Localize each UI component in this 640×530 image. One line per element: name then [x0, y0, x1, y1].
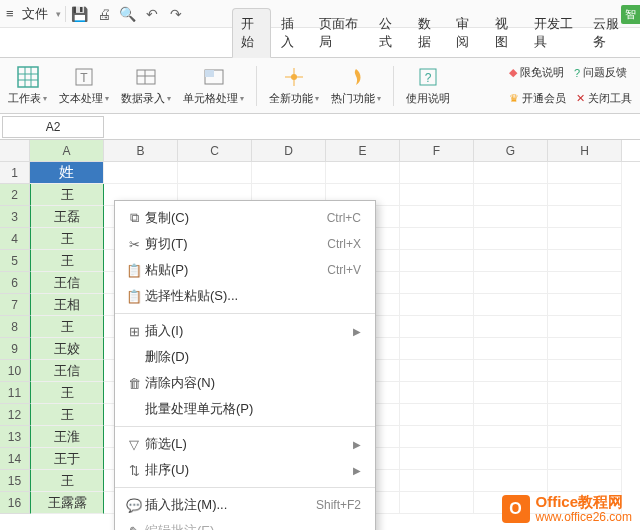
rb-text[interactable]: T 文本处理▾ — [59, 65, 109, 106]
cell[interactable] — [400, 382, 474, 404]
row-header[interactable]: 5 — [0, 250, 30, 272]
row-header[interactable]: 14 — [0, 448, 30, 470]
menu-icon[interactable]: ≡ — [6, 6, 14, 21]
col-H[interactable]: H — [548, 140, 622, 161]
cell[interactable] — [548, 294, 622, 316]
row-header[interactable]: 7 — [0, 294, 30, 316]
col-D[interactable]: D — [252, 140, 326, 161]
cell[interactable]: 王磊 — [30, 206, 104, 228]
cell[interactable] — [400, 228, 474, 250]
feedback[interactable]: ?问题反馈 — [574, 62, 627, 84]
redo-icon[interactable]: ↷ — [166, 4, 186, 24]
cell[interactable]: 王 — [30, 316, 104, 338]
cell[interactable] — [474, 448, 548, 470]
cell[interactable] — [326, 162, 400, 184]
cell[interactable] — [548, 382, 622, 404]
cell[interactable] — [474, 206, 548, 228]
cell[interactable] — [474, 316, 548, 338]
row-header[interactable]: 10 — [0, 360, 30, 382]
cell[interactable]: 姓 — [30, 162, 104, 184]
cell[interactable] — [548, 162, 622, 184]
cell[interactable] — [474, 404, 548, 426]
cell[interactable] — [548, 470, 622, 492]
cell[interactable] — [400, 250, 474, 272]
cell[interactable] — [548, 360, 622, 382]
cell[interactable]: 王 — [30, 228, 104, 250]
tab-home[interactable]: 开始 — [232, 8, 271, 58]
row-header[interactable]: 15 — [0, 470, 30, 492]
ctx-cut[interactable]: ✂剪切(T)Ctrl+X — [115, 231, 375, 257]
file-menu[interactable]: 文件 — [18, 5, 52, 23]
cell[interactable] — [400, 206, 474, 228]
row-header[interactable]: 8 — [0, 316, 30, 338]
smart-tag[interactable]: 智 — [621, 5, 640, 24]
cell[interactable] — [400, 272, 474, 294]
col-A[interactable]: A — [30, 140, 104, 161]
row-header[interactable]: 11 — [0, 382, 30, 404]
cell[interactable] — [548, 206, 622, 228]
cell[interactable] — [400, 470, 474, 492]
row-header[interactable]: 16 — [0, 492, 30, 514]
cell[interactable] — [548, 426, 622, 448]
col-G[interactable]: G — [474, 140, 548, 161]
cell[interactable] — [474, 184, 548, 206]
ctx-item[interactable]: 批量处理单元格(P) — [115, 396, 375, 422]
cell[interactable]: 王露露 — [30, 492, 104, 514]
cell[interactable] — [548, 228, 622, 250]
cell[interactable] — [400, 184, 474, 206]
col-E[interactable]: E — [326, 140, 400, 161]
cell[interactable]: 王淮 — [30, 426, 104, 448]
tab-data[interactable]: 数据 — [410, 9, 447, 57]
cell[interactable] — [548, 250, 622, 272]
rb-worksheet[interactable]: 工作表▾ — [8, 65, 47, 106]
rb-help[interactable]: ? 使用说明 — [406, 65, 450, 106]
row-header[interactable]: 1 — [0, 162, 30, 184]
cell[interactable] — [178, 162, 252, 184]
row-header[interactable]: 2 — [0, 184, 30, 206]
col-F[interactable]: F — [400, 140, 474, 161]
ctx-clear[interactable]: 🗑清除内容(N) — [115, 370, 375, 396]
cell[interactable] — [400, 492, 474, 514]
cell[interactable] — [548, 272, 622, 294]
cell[interactable] — [400, 426, 474, 448]
spreadsheet-grid[interactable]: A B C D E F G H 1姓2王3王磊4王5王6王信7王相8王9王姣10… — [0, 140, 640, 514]
ctx-item[interactable]: 删除(D) — [115, 344, 375, 370]
cell[interactable] — [474, 162, 548, 184]
row-header[interactable]: 13 — [0, 426, 30, 448]
name-box[interactable]: A2 — [2, 116, 104, 138]
cell[interactable] — [400, 316, 474, 338]
limited-free[interactable]: ◆限免说明 — [509, 62, 564, 84]
cell[interactable]: 王相 — [30, 294, 104, 316]
cell[interactable]: 王于 — [30, 448, 104, 470]
cell[interactable] — [400, 338, 474, 360]
cell[interactable] — [474, 382, 548, 404]
cell[interactable] — [252, 162, 326, 184]
select-all-corner[interactable] — [0, 140, 30, 161]
ctx-sort[interactable]: ⇅排序(U)▶ — [115, 457, 375, 483]
cell[interactable]: 王信 — [30, 272, 104, 294]
col-B[interactable]: B — [104, 140, 178, 161]
cell[interactable]: 王姣 — [30, 338, 104, 360]
cell[interactable] — [474, 338, 548, 360]
row-header[interactable]: 4 — [0, 228, 30, 250]
open-vip[interactable]: ♛开通会员 — [509, 88, 566, 110]
cell[interactable] — [548, 316, 622, 338]
cell[interactable]: 王 — [30, 250, 104, 272]
cell[interactable]: 王 — [30, 470, 104, 492]
rb-new-features[interactable]: 全新功能▾ — [269, 65, 319, 106]
row-header[interactable]: 9 — [0, 338, 30, 360]
undo-icon[interactable]: ↶ — [142, 4, 162, 24]
cell[interactable] — [474, 250, 548, 272]
tab-view[interactable]: 视图 — [487, 9, 524, 57]
tab-formulas[interactable]: 公式 — [371, 9, 408, 57]
print-icon[interactable]: 🖨 — [94, 4, 114, 24]
ctx-comment[interactable]: 💬插入批注(M)...Shift+F2 — [115, 492, 375, 518]
cell[interactable] — [400, 404, 474, 426]
tab-insert[interactable]: 插入 — [273, 9, 310, 57]
ctx-copy[interactable]: ⧉复制(C)Ctrl+C — [115, 205, 375, 231]
cell[interactable] — [474, 294, 548, 316]
cell[interactable] — [548, 448, 622, 470]
row-header[interactable]: 3 — [0, 206, 30, 228]
cell[interactable] — [548, 338, 622, 360]
cell[interactable] — [400, 448, 474, 470]
